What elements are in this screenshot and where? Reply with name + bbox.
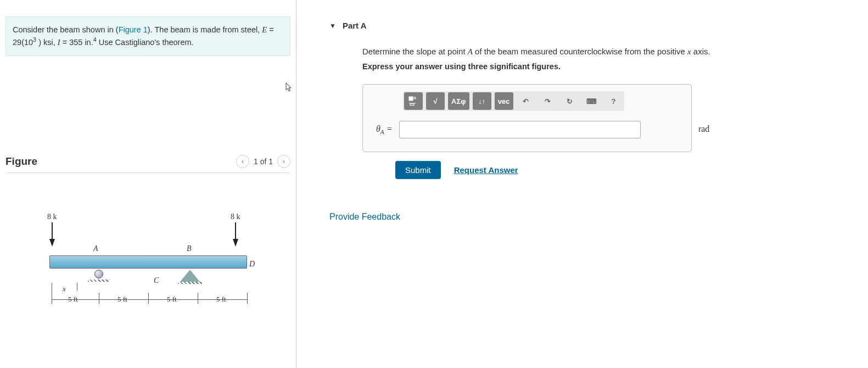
sqrt-button[interactable]: √ [426,92,445,110]
point-d: D [249,260,255,269]
svg-rect-0 [409,97,413,101]
problem-statement: Consider the beam shown in (Figure 1). T… [5,16,290,56]
templates-button[interactable] [404,92,423,110]
beam-diagram: 8 k 8 k A B C D x [44,222,264,332]
theta-label: θA = [376,124,393,135]
unit-label: rad [698,124,709,133]
figure-counter: 1 of 1 [254,157,273,166]
figure-nav: ‹ 1 of 1 › [236,155,290,168]
submit-button[interactable]: Submit [395,161,441,179]
equation-toolbar: √ ΑΣφ ↓↑ vec ↶ ↷ ↻ ⌨ ? [403,91,624,111]
request-answer-link[interactable]: Request Answer [454,165,518,175]
instr-suffix: axis. [691,47,710,56]
dim-3: 5 ft [167,295,177,304]
load-left-label: 8 k [47,213,57,221]
help-button[interactable]: ? [604,92,623,110]
redo-button[interactable]: ↷ [539,92,557,110]
instruction-text: Determine the slope at point A of the be… [362,47,857,57]
svg-rect-3 [410,104,414,105]
theta-subscript: A [380,129,384,135]
problem-prefix: Consider the beam shown in ( [13,25,119,34]
instr-prefix: Determine the slope at point [362,47,468,56]
dim-2: 5 ft [117,295,127,304]
theta-symbol: θ [376,124,380,133]
point-b: B [187,244,192,253]
instr-mid: of the beam measured counterclockwise fr… [473,47,687,56]
figure-header: Figure ‹ 1 of 1 › [5,155,290,173]
problem-suffix: ). The beam is made from steel, [148,25,262,34]
answer-input[interactable] [399,121,641,138]
instr-axis: x [687,47,691,56]
modulus-unit: ) ksi, [36,37,58,46]
provide-feedback-link[interactable]: Provide Feedback [329,212,857,222]
vector-button[interactable]: vec [495,92,513,110]
figure-next-button[interactable]: › [277,155,290,168]
instr-point: A [468,47,473,56]
inertia-value: = 355 in. [60,37,93,46]
figure-prev-button[interactable]: ‹ [236,155,249,168]
point-c: C [154,276,159,285]
dim-4: 5 ft [216,295,226,304]
cursor-icon [285,82,293,94]
dim-x: x [63,285,66,293]
instruction-sigfigs: Express your answer using three signific… [362,62,857,71]
subscript-button[interactable]: ↓↑ [473,92,491,110]
figure-title: Figure [5,155,37,168]
part-a-header[interactable]: ▼ Part A [329,16,857,36]
equals-sign: = [387,124,393,133]
answer-box: √ ΑΣφ ↓↑ vec ↶ ↷ ↻ ⌨ ? θA = [362,84,692,152]
modulus-symbol: E [262,25,267,34]
figure-link[interactable]: Figure 1 [119,25,148,34]
theorem-text: Use Castigliano's theorem. [97,37,194,46]
collapse-caret-icon: ▼ [329,22,336,30]
keyboard-button[interactable]: ⌨ [583,92,601,110]
svg-rect-1 [414,97,416,99]
reset-button[interactable]: ↻ [561,92,579,110]
undo-button[interactable]: ↶ [517,92,535,110]
point-a: A [93,244,98,253]
load-right-label: 8 k [231,213,240,221]
dim-1: 5 ft [68,295,78,304]
part-a-title: Part A [343,21,367,30]
greek-button[interactable]: ΑΣφ [448,92,469,110]
